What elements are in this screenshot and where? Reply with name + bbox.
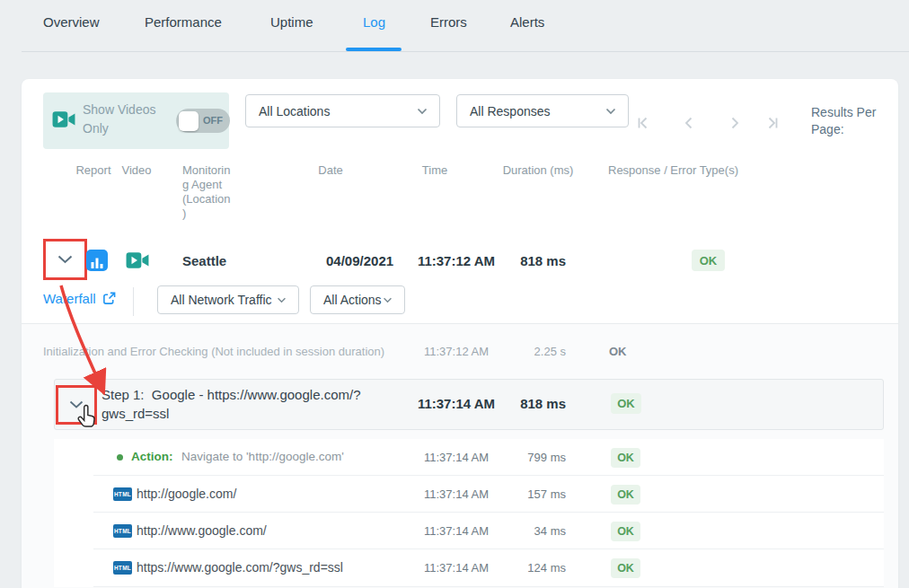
- chevron-down-icon: [605, 108, 616, 115]
- show-videos-toggle[interactable]: OFF: [176, 109, 230, 133]
- action-text: Navigate to 'http://google.com': [181, 450, 344, 463]
- results-per-page-label: Results Per Page:: [811, 104, 878, 138]
- request-duration: 34 ms: [490, 524, 566, 538]
- init-row-status: OK: [609, 345, 627, 358]
- next-page-icon[interactable]: [726, 114, 744, 132]
- action-duration: 799 ms: [490, 451, 566, 464]
- tab-log[interactable]: Log: [363, 14, 385, 30]
- request-status-badge: OK: [611, 558, 640, 578]
- actions-filter-select[interactable]: All Actions: [310, 285, 405, 314]
- action-label: Action:: [131, 450, 173, 463]
- actions-filter-value: All Actions: [311, 293, 382, 307]
- chevron-down-icon: [277, 297, 287, 303]
- column-header-time: Time: [408, 163, 462, 177]
- first-page-icon[interactable]: [634, 114, 652, 132]
- request-time: 11:37:14 AM: [413, 487, 499, 501]
- html-file-icon: HTML: [113, 487, 132, 501]
- html-file-icon: HTML: [113, 561, 132, 575]
- network-traffic-filter-select[interactable]: All Network Traffic: [157, 285, 299, 314]
- tab-errors[interactable]: Errors: [430, 14, 467, 30]
- step-duration: 818 ms: [490, 396, 566, 411]
- cursor-hand-icon: [75, 404, 98, 430]
- column-header-report: Report: [71, 163, 116, 177]
- toggle-knob: [179, 111, 199, 131]
- column-header-response: Response / Error Type(s): [608, 163, 788, 177]
- last-page-icon[interactable]: [763, 114, 781, 132]
- step-status-badge: OK: [611, 393, 641, 414]
- action-status-badge: OK: [611, 448, 640, 468]
- request-status-badge: OK: [611, 522, 640, 541]
- column-header-video: Video: [114, 163, 159, 177]
- request-time: 11:37:14 AM: [413, 524, 499, 538]
- request-status-badge: OK: [611, 485, 640, 505]
- locations-filter-select[interactable]: All Locations: [245, 94, 440, 127]
- tabs-divider: [22, 51, 909, 52]
- expand-session-chevron-icon[interactable]: [57, 255, 73, 264]
- step-time: 11:37:14 AM: [413, 396, 499, 411]
- html-file-icon: HTML: [113, 524, 132, 538]
- column-header-date: Date: [304, 163, 357, 177]
- waterfall-link-label: Waterfall: [43, 291, 96, 306]
- tab-uptime[interactable]: Uptime: [270, 14, 313, 30]
- network-traffic-filter-value: All Network Traffic: [158, 293, 272, 307]
- session-location: Seattle: [182, 253, 226, 268]
- tab-performance[interactable]: Performance: [145, 14, 222, 30]
- log-page: Overview Performance Uptime Log Errors A…: [0, 0, 909, 588]
- session-status-badge: OK: [692, 250, 725, 271]
- request-url: https://www.google.com/?gws_rd=ssl: [137, 560, 343, 575]
- column-header-duration: Duration (ms): [498, 163, 578, 177]
- request-duration: 157 ms: [490, 487, 566, 501]
- play-video-icon[interactable]: [126, 250, 149, 271]
- init-row-text: Initialization and Error Checking (Not i…: [43, 345, 420, 358]
- chevron-down-icon: [383, 297, 393, 303]
- step-title: Step 1: Google - https://www.google.com/…: [101, 385, 427, 423]
- action-time: 11:37:14 AM: [413, 451, 499, 464]
- locations-filter-value: All Locations: [246, 104, 330, 118]
- request-time: 11:37:14 AM: [413, 561, 499, 575]
- action-bullet-icon: [117, 454, 123, 461]
- session-time: 11:37:12 AM: [413, 253, 499, 268]
- request-url: http://google.com/: [137, 487, 236, 501]
- videocam-icon: [52, 109, 75, 130]
- init-row-duration: 2.25 s: [490, 345, 566, 358]
- previous-page-icon[interactable]: [680, 114, 698, 132]
- waterfall-link[interactable]: Waterfall: [43, 291, 116, 306]
- request-duration: 124 ms: [490, 561, 566, 575]
- toggle-state-label: OFF: [203, 115, 226, 126]
- session-date: 04/09/2021: [326, 253, 389, 268]
- request-url: http://www.google.com/: [137, 523, 267, 538]
- init-row-time: 11:37:12 AM: [413, 345, 499, 358]
- section-divider: [22, 323, 898, 324]
- column-header-agent: Monitoring Agent (Location): [182, 163, 231, 221]
- responses-filter-value: All Responses: [457, 104, 551, 118]
- tab-alerts[interactable]: Alerts: [510, 14, 544, 30]
- toolbar-divider: [133, 287, 134, 316]
- tab-overview[interactable]: Overview: [43, 14, 100, 30]
- session-duration: 818 ms: [490, 253, 566, 268]
- report-chart-icon[interactable]: [86, 250, 108, 271]
- external-link-icon: [102, 292, 116, 305]
- show-videos-label: Show Videos Only: [83, 101, 171, 138]
- chevron-down-icon: [417, 108, 428, 115]
- responses-filter-select[interactable]: All Responses: [456, 94, 629, 127]
